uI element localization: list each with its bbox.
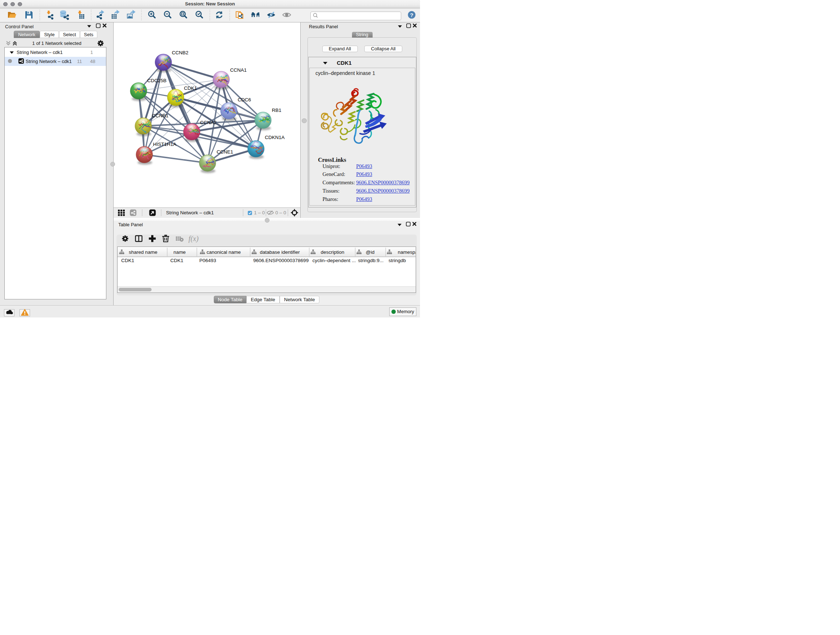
svg-text:@id: @id — [366, 249, 374, 255]
svg-text:0 – 0: 0 – 0 — [275, 210, 286, 215]
svg-text:CDK1: CDK1 — [184, 86, 197, 91]
svg-text:1 – 0: 1 – 0 — [254, 210, 265, 215]
svg-text:CDKN1A: CDKN1A — [265, 135, 285, 140]
svg-text:CCNA2: CCNA2 — [200, 120, 217, 125]
svg-text:CDC6: CDC6 — [238, 97, 251, 103]
svg-text:canonical name: canonical name — [206, 249, 240, 255]
svg-text:description: description — [321, 249, 344, 255]
svg-text:database identifier: database identifier — [260, 249, 300, 255]
svg-text:HIST1H1A: HIST1H1A — [153, 141, 177, 147]
svg-text:?: ? — [410, 12, 413, 18]
svg-text:CCNB1: CCNB1 — [152, 113, 169, 119]
svg-text:shared name: shared name — [129, 249, 157, 255]
svg-text:1 of 1 Network selected: 1 of 1 Network selected — [32, 41, 81, 46]
svg-text:RB1: RB1 — [272, 108, 281, 113]
svg-text:name: name — [173, 249, 186, 255]
svg-text:CCNB2: CCNB2 — [172, 50, 188, 55]
svg-text:String Network – cdk1: String Network – cdk1 — [166, 210, 214, 215]
svg-text:f(x): f(x) — [188, 234, 199, 243]
svg-text:CCNA1: CCNA1 — [230, 67, 247, 73]
svg-text:CCNE1: CCNE1 — [217, 149, 233, 155]
svg-text:CDC25B: CDC25B — [147, 78, 166, 83]
svg-text:namespace: namespace — [398, 249, 416, 255]
